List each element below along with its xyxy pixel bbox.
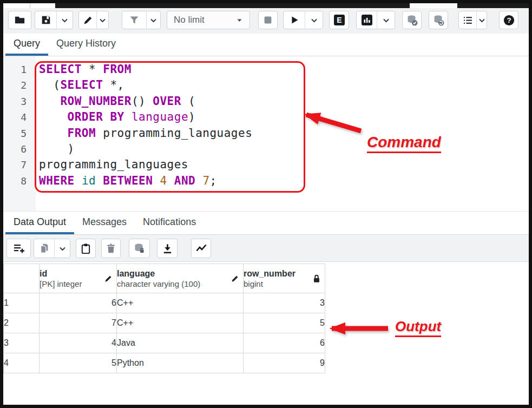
download-icon (161, 242, 174, 255)
row-number-cell[interactable]: 4 (4, 353, 40, 373)
sql-token: id (82, 174, 96, 187)
rollback-button[interactable] (429, 11, 448, 29)
line-number: 4 (3, 109, 27, 125)
data-cell-row_number[interactable]: 9 (244, 353, 325, 373)
sql-line[interactable]: ROW_NUMBER() OVER ( (39, 94, 529, 109)
paste-button[interactable] (76, 239, 96, 258)
data-cell-language[interactable]: C++ (117, 313, 244, 333)
data-cell-language[interactable]: C++ (117, 293, 244, 313)
sql-token: () (132, 95, 153, 108)
open-file-icon (14, 14, 26, 27)
macros-button[interactable] (458, 11, 487, 29)
sql-editor[interactable]: 12345678 SELECT * FROM (SELECT *, ROW_NU… (3, 56, 529, 211)
data-cell-id[interactable]: 4 (40, 333, 117, 353)
sql-token: ) (39, 142, 75, 155)
data-cell-row_number[interactable]: 3 (244, 293, 325, 313)
tab-strip-divider (30, 3, 30, 8)
sql-token: programming_languages (39, 158, 188, 171)
sql-token: OVER (153, 95, 181, 108)
execute-button[interactable] (284, 11, 305, 29)
sql-line[interactable]: (SELECT *, (39, 77, 529, 93)
save-data-icon (133, 242, 146, 255)
rollback-icon (432, 14, 445, 27)
sql-token (153, 174, 160, 187)
save-options-button[interactable] (56, 11, 73, 29)
macros-list-part (459, 11, 476, 29)
add-row-button[interactable] (6, 239, 31, 258)
select-all-corner[interactable] (4, 264, 40, 293)
graph-visualiser-button[interactable] (191, 239, 211, 258)
explain-button[interactable]: E (329, 11, 349, 29)
sql-token: ( (39, 78, 60, 91)
sql-token (75, 174, 82, 187)
tab-messages[interactable]: Messages (74, 212, 135, 234)
data-cell-row_number[interactable]: 6 (244, 333, 325, 353)
row-number-cell[interactable]: 1 (4, 293, 40, 313)
save-data-changes-button[interactable] (129, 239, 150, 258)
explain-options-button[interactable] (377, 11, 395, 29)
sql-token: BY (110, 110, 124, 123)
download-csv-button[interactable] (157, 239, 178, 258)
tab-data-output[interactable]: Data Output (5, 212, 74, 234)
stop-button[interactable] (258, 11, 278, 29)
sql-line[interactable]: FROM programming_languages (39, 126, 529, 141)
sql-line[interactable]: ) (39, 141, 529, 157)
save-button-group (35, 11, 73, 29)
sql-line[interactable]: SELECT * FROM (39, 62, 529, 77)
open-file-button[interactable] (8, 11, 31, 29)
paste-icon (80, 242, 92, 255)
edit-options-button[interactable] (96, 11, 108, 29)
editor-code[interactable]: SELECT * FROM (SELECT *, ROW_NUMBER() OV… (36, 56, 529, 211)
stop-icon (262, 14, 274, 26)
delete-row-button[interactable] (101, 239, 121, 258)
tab-query-history[interactable]: Query History (48, 34, 124, 56)
data-cell-id[interactable]: 7 (40, 313, 117, 333)
edit-button[interactable] (79, 11, 96, 29)
screenshot-frame: No limit E (0, 0, 532, 408)
sql-token (124, 110, 132, 123)
row-number-cell[interactable]: 3 (4, 333, 40, 353)
execute-options-button[interactable] (305, 11, 323, 29)
sql-line[interactable]: WHERE id BETWEEN 4 AND 7; (39, 173, 529, 189)
save-button[interactable] (35, 11, 56, 29)
column-header-id[interactable]: id [PK] integer (40, 264, 117, 293)
tab-query-label: Query (14, 38, 40, 49)
results-table: id [PK] integer language character varyi… (3, 264, 325, 373)
copy-options-button[interactable] (54, 239, 70, 258)
edit-button-group (78, 11, 109, 29)
line-number: 2 (3, 77, 27, 93)
output-tabbar: Data Output Messages Notifications (3, 211, 529, 235)
sql-token (39, 95, 60, 108)
column-header-row-number[interactable]: row_number bigint (244, 264, 325, 293)
tab-messages-label: Messages (82, 216, 127, 228)
line-number: 6 (3, 141, 27, 157)
pencil-edit-icon (104, 274, 113, 283)
sql-token (195, 174, 202, 187)
chevron-down-icon (61, 17, 68, 24)
sql-token: FROM (68, 127, 96, 140)
copy-button[interactable] (34, 239, 54, 258)
data-cell-row_number[interactable]: 5 (244, 313, 325, 333)
row-limit-select[interactable]: No limit (167, 11, 250, 29)
row-number-cell[interactable]: 2 (4, 313, 40, 333)
commit-button[interactable] (402, 11, 422, 29)
filter-button[interactable] (122, 11, 146, 29)
pgadmin-query-tool: No limit E (3, 3, 529, 405)
sql-token (96, 174, 103, 187)
column-header-language[interactable]: language character varying (100) (117, 264, 244, 293)
sql-line[interactable]: ORDER BY language) (39, 109, 529, 125)
data-cell-language[interactable]: Python (117, 353, 244, 373)
data-cell-id[interactable]: 6 (40, 293, 117, 313)
explain-analyze-button[interactable] (357, 11, 377, 29)
explain-analyze-group (356, 11, 395, 29)
sql-token: AND (174, 174, 195, 187)
command-annotation: Command (367, 134, 441, 153)
help-button[interactable]: ? (499, 11, 518, 29)
data-cell-id[interactable]: 5 (40, 353, 117, 373)
tab-notifications[interactable]: Notifications (135, 212, 204, 234)
sql-line[interactable]: programming_languages (39, 157, 529, 173)
filter-options-button[interactable] (146, 11, 160, 29)
data-cell-language[interactable]: Java (117, 333, 244, 353)
tab-query[interactable]: Query (5, 34, 48, 56)
column-name: language (117, 268, 243, 279)
